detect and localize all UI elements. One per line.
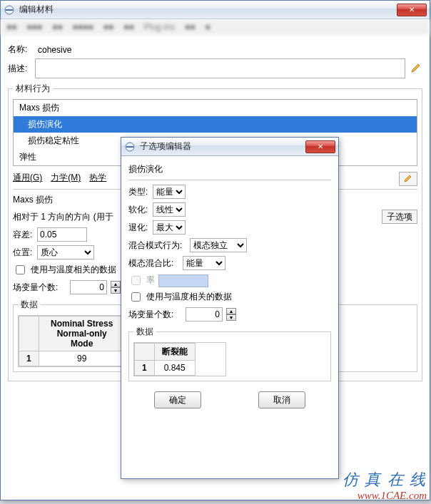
- tab-thermal[interactable]: 热学: [89, 172, 106, 186]
- edit-desc-icon[interactable]: [410, 62, 422, 75]
- sub-ok-button[interactable]: 确定: [154, 391, 201, 408]
- sub-temp-checkbox[interactable]: [131, 292, 141, 302]
- ratio-select[interactable]: 能量: [183, 256, 225, 270]
- sub-dialog: 子选项编辑器 ✕ 损伤演化 类型: 能量 软化: 线性 退化: 最大 混合模式行…: [121, 137, 339, 479]
- edit-tabs-button[interactable]: [399, 172, 417, 186]
- fieldvars-input[interactable]: [70, 280, 107, 294]
- desc-input[interactable]: [35, 58, 405, 78]
- position-label: 位置:: [13, 247, 34, 259]
- name-label: 名称:: [8, 43, 35, 56]
- sub-data-table[interactable]: 断裂能 1 0.845: [134, 343, 196, 376]
- sub-data-group: 数据 断裂能 1 0.845: [128, 326, 331, 381]
- rate-input: [158, 274, 208, 287]
- degr-select[interactable]: 最大: [153, 220, 186, 235]
- suboptions-button[interactable]: 子选项: [382, 210, 417, 224]
- app-icon: [4, 4, 15, 16]
- mix-select[interactable]: 模态独立: [190, 238, 247, 252]
- list-item[interactable]: Maxs 损伤: [14, 100, 417, 116]
- behavior-legend: 材料行为: [13, 83, 53, 95]
- tolerance-input[interactable]: [37, 227, 87, 242]
- temp-data-label: 使用与温度相关的数据: [31, 264, 116, 276]
- col-header: 断裂能: [154, 344, 195, 361]
- main-menubar: ■■■■■■■■■■■■■■■Plug-ins■■■: [1, 19, 430, 35]
- data-legend: 数据: [18, 299, 41, 311]
- soft-label: 软化:: [128, 204, 150, 216]
- mix-label: 混合模式行为:: [128, 240, 187, 252]
- type-select[interactable]: 能量: [153, 185, 186, 199]
- table-row: 1 0.845: [135, 361, 196, 376]
- temp-data-checkbox[interactable]: [16, 265, 25, 274]
- sub-temp-label: 使用与温度相关的数据: [146, 291, 232, 303]
- sub-fieldvars-label: 场变量个数:: [128, 309, 183, 321]
- rate-checkbox: [131, 276, 141, 285]
- desc-label: 描述:: [8, 63, 35, 75]
- rate-label: 率: [146, 274, 155, 287]
- fieldvars-spinner[interactable]: ▲▼: [111, 281, 121, 294]
- sub-fieldvars-spinner[interactable]: ▲▼: [226, 308, 236, 321]
- sub-cancel-button[interactable]: 取消: [258, 391, 305, 408]
- sub-data-legend: 数据: [133, 326, 156, 338]
- name-value: cohesive: [38, 45, 71, 55]
- type-label: 类型:: [128, 186, 150, 198]
- sub-section-heading: 损伤演化: [128, 163, 331, 175]
- sub-title: 子选项编辑器: [140, 140, 305, 153]
- cell[interactable]: 0.845: [154, 361, 195, 376]
- fieldvars-label: 场变量个数:: [13, 282, 67, 294]
- col-header: Nominal Stress Normal-only Mode: [39, 317, 125, 351]
- tolerance-label: 容差:: [13, 229, 34, 241]
- app-icon: [124, 141, 136, 153]
- main-close-icon[interactable]: ✕: [397, 4, 427, 16]
- main-title: 编辑材料: [19, 4, 397, 16]
- svg-rect-3: [126, 146, 133, 148]
- sub-titlebar: 子选项编辑器 ✕: [121, 138, 338, 156]
- cell[interactable]: 99: [39, 351, 125, 366]
- sub-fieldvars-input[interactable]: [186, 307, 223, 322]
- soft-select[interactable]: 线性: [153, 202, 186, 217]
- degr-label: 退化:: [128, 222, 150, 234]
- position-select[interactable]: 质心: [37, 245, 94, 259]
- list-item-selected[interactable]: 损伤演化: [14, 116, 417, 133]
- svg-rect-1: [6, 9, 13, 11]
- ratio-label: 模态混合比:: [128, 257, 180, 269]
- tab-general[interactable]: 通用(G): [13, 172, 42, 186]
- tab-mechanics[interactable]: 力学(M): [51, 172, 81, 186]
- sub-close-icon[interactable]: ✕: [305, 140, 335, 153]
- main-titlebar: 编辑材料 ✕: [1, 1, 430, 19]
